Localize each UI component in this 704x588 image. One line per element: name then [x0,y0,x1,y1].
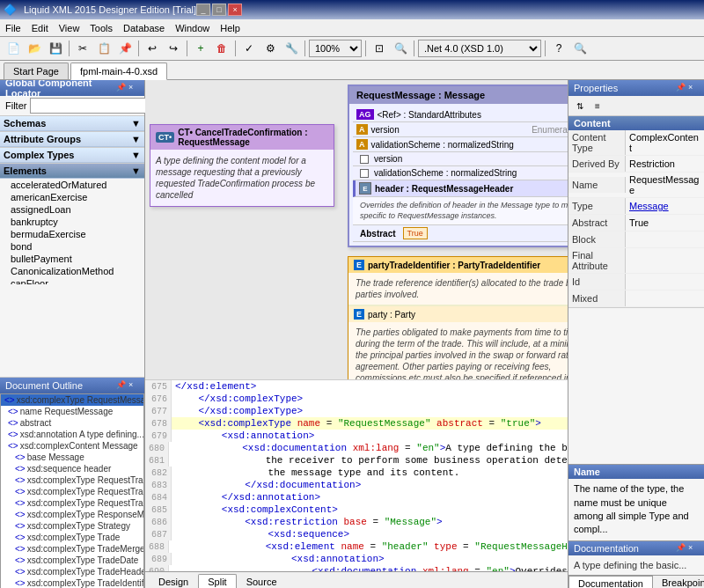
pin-icon[interactable]: 📌 [116,83,127,93]
props-value-type[interactable]: Message [626,199,704,213]
new-button[interactable]: 📄 [4,39,23,58]
attr-groups-header[interactable]: Attribute Groups ▼ [0,132,144,147]
outline-item-5[interactable]: <> base Message [1,452,143,463]
menu-window[interactable]: Window [170,21,215,35]
a-version-badge: A [356,124,368,135]
outline-item-9[interactable]: <> xsd:complexType RequestTrade... [1,497,143,509]
outline-item-14[interactable]: <> xsd:complexType TradeDate [1,555,143,566]
search-button[interactable]: 🔍 [570,39,590,58]
undo-button[interactable]: ↩ [143,39,162,58]
close-left-icon[interactable]: × [128,83,139,93]
menu-bar: File Edit View Tools Database Window Hel… [0,19,704,37]
outline-item-15[interactable]: <> xsd:complexType TradeHeader [1,566,143,577]
doc-tab-documentation[interactable]: Documentation [568,576,653,588]
tab-fpml[interactable]: fpml-main-4-0.xsd [70,62,167,80]
tab-start-page[interactable]: Start Page [4,62,69,79]
outline-close-icon[interactable]: × [128,380,139,391]
element-item[interactable]: CanonicalizationMethod [0,265,144,277]
menu-file[interactable]: File [0,21,26,35]
redo-button[interactable]: ↪ [164,39,183,58]
outline-item-10[interactable]: <> xsd:complexType ResponseMessa... [1,509,143,520]
outline-item-6[interactable]: <> xsd:sequence header [1,463,143,474]
outline-item-2[interactable]: <> abstract [1,417,143,429]
props-sort-button[interactable]: ⇅ [572,98,588,114]
outline-text-13: xsd:complexType TradeMerged [27,544,143,554]
schemas-header[interactable]: Schemas ▼ [0,116,144,131]
delete-button[interactable]: 🗑 [212,39,231,58]
props-category-button[interactable]: ≡ [590,98,605,114]
element-item[interactable]: americanExercise [0,191,144,203]
props-close-icon[interactable]: × [688,83,699,93]
props-pin-icon[interactable]: 📌 [676,83,686,93]
toolbar-sep6 [365,40,366,56]
complex-types-header[interactable]: Complex Types ▼ [0,148,144,163]
title-text: Liquid XML 2015 Designer Edition [Trial] [24,4,196,15]
outline-text-14: xsd:complexType TradeDate [27,555,139,565]
tab-split[interactable]: Split [198,574,236,589]
add-button[interactable]: + [191,39,210,58]
paste-button[interactable]: 📌 [115,39,135,58]
save-button[interactable]: 💾 [46,39,65,58]
design-area[interactable]: CT• CT• CancelTradeConfirmation : Reques… [145,80,568,379]
fit-button[interactable]: ⊡ [370,39,389,58]
outline-item-11[interactable]: <> xsd:complexType Strategy [1,520,143,532]
tag-icon-9: <> [15,498,26,508]
zoom-select[interactable]: 100% [309,40,362,57]
menu-database[interactable]: Database [118,21,170,35]
element-item[interactable]: capFloor [0,277,144,284]
toolbar-sep3 [187,40,187,56]
menu-edit[interactable]: Edit [26,21,54,35]
element-item[interactable]: bulletPayment [0,253,144,265]
outline-item-13[interactable]: <> xsd:complexType TradeMerged [1,543,143,555]
menu-view[interactable]: View [54,21,85,35]
left-panel-header: Global Component Locator 📌 × [0,80,144,96]
menu-help[interactable]: Help [215,21,246,35]
doc-pin-icon[interactable]: 📌 [676,543,686,554]
validate-button[interactable]: ✓ [239,39,259,58]
open-button[interactable]: 📂 [25,39,44,58]
code-line-681: 681 the receiver to perform some busines… [145,454,568,467]
outline-item-3[interactable]: <> xsd:annotation A type defining... [1,429,143,440]
minimize-button[interactable]: _ [196,4,210,16]
elements-header[interactable]: Elements ▼ [0,164,144,179]
settings-button[interactable]: 🔧 [282,39,301,58]
content-section-header[interactable]: Content [568,116,704,130]
copy-button[interactable]: 📋 [94,39,114,58]
help-button[interactable]: ? [549,39,568,58]
tab-design[interactable]: Design [149,574,198,589]
outline-item-1[interactable]: <> name RequestMessage [1,406,143,417]
props-row-id: Id [568,274,704,290]
code-editor[interactable]: 675 </xsd:element> 676 </xsd:complexType… [145,379,568,571]
schemas-expand-icon: ▼ [131,118,141,129]
outline-item-4[interactable]: <> xsd:complexContent Message [1,440,143,452]
request-message-header: RequestMessage : Message [349,86,568,104]
center-panel: CT• CT• CancelTradeConfirmation : Reques… [145,80,568,588]
menu-tools[interactable]: Tools [84,21,118,35]
outline-item-16[interactable]: <> xsd:complexType TradeIdentifier [1,577,143,588]
outline-text-11: xsd:complexType Strategy [27,521,130,531]
generate-button[interactable]: ⚙ [260,39,280,58]
doc-close-icon[interactable]: × [688,543,699,554]
outline-item-12[interactable]: <> xsd:complexType Trade [1,532,143,543]
filter-input[interactable] [30,98,157,114]
outline-pin-icon[interactable]: 📌 [116,380,127,391]
zoom-in-button[interactable]: 🔍 [391,39,410,58]
outline-item-7[interactable]: <> xsd:complexType RequestTradeC... [1,474,143,486]
dotnet-select[interactable]: .Net 4.0 (XSD 1.0) [418,40,541,57]
element-item[interactable]: assignedLoan [0,203,144,216]
tab-source[interactable]: Source [237,574,287,589]
element-item[interactable]: bond [0,240,144,253]
element-item[interactable]: bermudaExercise [0,228,144,240]
attr-groups-expand-icon: ▼ [131,134,141,144]
outline-text-3: xsd:annotation A type defining... [20,430,143,439]
element-item[interactable]: acceleratedOrMatured [0,179,144,191]
outline-item-8[interactable]: <> xsd:complexType RequestTradeM... [1,486,143,497]
cut-button[interactable]: ✂ [73,39,92,58]
doc-tab-breakpoints[interactable]: Breakpoints [653,576,704,588]
outline-item-0[interactable]: <> xsd:complexType RequestMessa... [1,394,143,406]
tag-icon-0: <> [4,395,15,405]
close-button[interactable]: × [228,4,242,16]
maximize-button[interactable]: □ [212,4,226,16]
elements-list: acceleratedOrMatured americanExercise as… [0,179,144,284]
element-item[interactable]: bankruptcy [0,216,144,228]
